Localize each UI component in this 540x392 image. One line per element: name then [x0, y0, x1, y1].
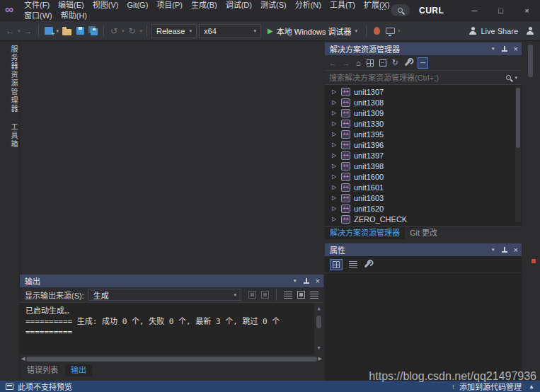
expander-icon[interactable]: ▷ — [332, 205, 338, 212]
expander-icon[interactable]: ▷ — [332, 216, 338, 222]
forward-icon[interactable]: → — [343, 59, 350, 67]
redo-dropdown-icon[interactable]: ▾ — [140, 28, 143, 34]
window-position-icon[interactable]: ▾ — [492, 247, 495, 253]
property-pages-wrench-icon[interactable] — [364, 263, 372, 265]
back-icon[interactable]: ← — [329, 59, 337, 67]
search-icon[interactable] — [506, 75, 511, 80]
output-header[interactable]: 输出 ▾ × — [20, 275, 323, 287]
tree-row[interactable]: ▷ ++ unit1396 — [325, 139, 522, 150]
menu-view[interactable]: 视图(V) — [88, 0, 123, 11]
tree-row[interactable]: ▷ ++ ZERO_CHECK — [325, 214, 522, 224]
categorized-icon[interactable] — [330, 259, 343, 270]
right-edge-scrollbar[interactable] — [528, 45, 533, 77]
sync-with-active-document-icon[interactable]: ↻ — [392, 58, 398, 67]
menu-build[interactable]: 生成(B) — [187, 0, 222, 11]
expander-icon[interactable]: ▷ — [332, 131, 338, 137]
close-button[interactable]: × — [514, 0, 540, 21]
properties-header[interactable]: 属性 ▾ × — [325, 243, 522, 256]
new-project-icon[interactable] — [43, 23, 54, 39]
configuration-dropdown[interactable]: Release ▾ — [151, 24, 197, 38]
close-icon[interactable]: × — [316, 277, 320, 285]
menu-tools[interactable]: 工具(T) — [326, 0, 360, 11]
undo-dropdown-icon[interactable]: ▾ — [122, 28, 125, 34]
menu-analyze[interactable]: 分析(N) — [291, 0, 326, 11]
server-explorer-tab[interactable]: 服务器资源管理器 — [0, 45, 19, 113]
scroll-left-icon[interactable]: ◀ — [21, 356, 25, 362]
expander-icon[interactable]: ▷ — [332, 120, 338, 127]
menu-extensions[interactable]: 扩展(X) — [360, 0, 394, 11]
tree-row[interactable]: ▷ ++ unit1601 — [325, 182, 522, 192]
tree-row[interactable]: ▷ ++ unit1395 — [325, 129, 522, 139]
tree-row[interactable]: ▷ ++ unit1603 — [325, 192, 522, 203]
expander-icon[interactable]: ▷ — [332, 142, 338, 148]
window-position-icon[interactable]: ▾ — [294, 278, 297, 284]
scrollbar-thumb[interactable] — [316, 316, 321, 328]
scrollbar-thumb[interactable] — [26, 357, 316, 362]
menu-test[interactable]: 测试(S) — [256, 0, 291, 11]
expander-icon[interactable]: ▷ — [332, 195, 338, 201]
collapse-all-icon[interactable]: − — [379, 59, 386, 67]
open-folder-icon[interactable] — [61, 23, 72, 39]
toggle-autoscroll-icon[interactable] — [310, 292, 318, 299]
solution-search-input[interactable] — [329, 74, 502, 82]
close-icon[interactable]: × — [514, 45, 518, 53]
expander-icon[interactable]: ▷ — [332, 173, 338, 180]
hot-reload-icon[interactable] — [371, 23, 382, 39]
switch-views-icon[interactable] — [367, 59, 374, 67]
search-options-icon[interactable]: ▾ — [515, 75, 517, 81]
menu-help[interactable]: 帮助(H) — [57, 11, 91, 21]
scrollbar-thumb[interactable] — [516, 88, 520, 148]
tab-error-list[interactable]: 错误列表 — [21, 364, 64, 376]
minimize-button[interactable]: ─ — [461, 0, 488, 21]
output-content[interactable]: 已启动生成… ========== 生成: 成功 0 个, 失败 0 个, 最新… — [20, 303, 323, 354]
alphabetical-icon[interactable] — [349, 261, 357, 268]
menu-edit[interactable]: 编辑(E) — [54, 0, 88, 11]
navigate-back-dropdown-icon[interactable]: ▾ — [18, 28, 21, 34]
home-icon[interactable]: ⌂ — [356, 59, 361, 67]
toolbox-tab[interactable]: 工具箱 — [0, 123, 19, 149]
expander-icon[interactable]: ▷ — [332, 152, 338, 158]
next-message-icon[interactable] — [261, 291, 269, 299]
menu-git[interactable]: Git(G) — [122, 0, 152, 11]
pin-icon[interactable] — [501, 45, 507, 52]
preview-selected-items-icon[interactable]: ─ — [418, 57, 428, 69]
save-all-icon[interactable] — [88, 23, 99, 39]
pin-icon[interactable] — [303, 277, 309, 284]
output-horizontal-scrollbar[interactable]: ◀ ▶ — [20, 354, 323, 363]
quick-search-button[interactable] — [391, 4, 410, 16]
tree-row[interactable]: ▷ ++ unit1307 — [325, 86, 522, 97]
undo-icon[interactable]: ↺ — [108, 23, 120, 39]
expander-icon[interactable]: ▷ — [332, 163, 338, 169]
menu-file[interactable]: 文件(F) — [20, 0, 54, 11]
tree-row[interactable]: ▷ ++ unit1308 — [325, 97, 522, 108]
tree-row[interactable]: ▷ ++ unit1398 — [325, 161, 522, 171]
expander-icon[interactable]: ▷ — [332, 88, 338, 95]
navigate-back-icon[interactable]: ← — [4, 23, 16, 39]
redo-icon[interactable]: ↻ — [127, 23, 138, 39]
tree-row[interactable]: ▷ ++ unit1309 — [325, 108, 522, 118]
navigate-forward-icon[interactable]: → — [23, 23, 34, 39]
target-screen-icon[interactable] — [384, 23, 396, 39]
maximize-button[interactable]: □ — [488, 0, 514, 21]
properties-wrench-icon[interactable] — [404, 62, 412, 64]
word-wrap-icon[interactable] — [284, 292, 292, 299]
prev-message-icon[interactable] — [248, 291, 256, 299]
tree-row[interactable]: ▷ ++ unit1397 — [325, 150, 522, 161]
scroll-right-icon[interactable]: ▶ — [318, 356, 322, 362]
expander-icon[interactable]: ▷ — [332, 110, 338, 116]
feedback-icon[interactable] — [524, 23, 536, 39]
menu-debug[interactable]: 调试(D) — [222, 0, 256, 11]
tab-solution-explorer[interactable]: 解决方案资源管理器 — [325, 227, 405, 239]
scroll-down-icon[interactable]: ▼ — [317, 343, 320, 354]
toolbar-overflow-icon[interactable]: ▾ — [398, 28, 401, 34]
start-debugging-button[interactable]: ▶ 本地 Windows 调试器 ▾ — [263, 23, 362, 39]
scroll-up-icon[interactable]: ▲ — [317, 304, 320, 314]
menu-project[interactable]: 项目(P) — [152, 0, 187, 11]
tab-output[interactable]: 输出 — [65, 364, 92, 376]
pin-icon[interactable] — [501, 246, 507, 253]
close-icon[interactable]: × — [514, 246, 518, 254]
source-control-expand-icon[interactable]: ▲ — [529, 384, 534, 390]
tree-row[interactable]: ▷ ++ unit1620 — [325, 203, 522, 214]
menu-window[interactable]: 窗口(W) — [20, 11, 57, 21]
output-vertical-scrollbar[interactable]: ▲ ▼ — [314, 303, 323, 354]
